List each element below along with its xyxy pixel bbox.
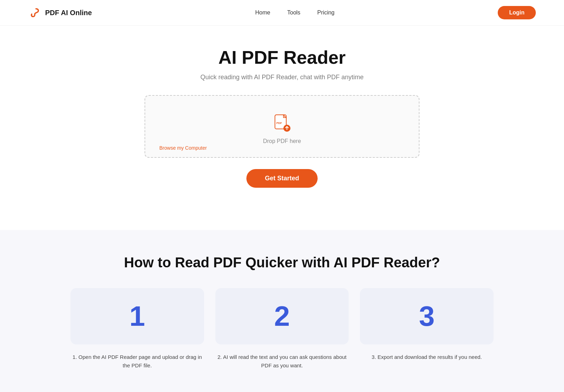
logo-text: PDF AI Online: [45, 9, 92, 17]
nav-home[interactable]: Home: [255, 10, 270, 16]
nav-pricing[interactable]: Pricing: [317, 10, 335, 16]
step-2: 2 2. AI will read the text and you can a…: [215, 288, 349, 370]
navbar: PDF AI Online Home Tools Pricing Login: [0, 0, 564, 26]
step-2-description: 2. AI will read the text and you can ask…: [215, 353, 349, 370]
nav-tools[interactable]: Tools: [287, 10, 300, 16]
login-button[interactable]: Login: [498, 6, 536, 19]
hero-section: AI PDF Reader Quick reading with AI PDF …: [0, 26, 564, 230]
steps-grid: 1 1. Open the AI PDF Reader page and upl…: [70, 288, 494, 370]
step-3-number: 3: [419, 300, 435, 332]
get-started-button[interactable]: Get Started: [246, 169, 317, 188]
logo-icon: [28, 6, 42, 19]
svg-text:PDF: PDF: [276, 122, 282, 125]
step-3: 3 3. Export and download the results if …: [360, 288, 494, 370]
pdf-upload-icon: PDF: [272, 113, 292, 133]
how-to-section: How to Read PDF Quicker with AI PDF Read…: [0, 230, 564, 392]
step-3-description: 3. Export and download the results if yo…: [372, 353, 482, 361]
how-to-title: How to Read PDF Quicker with AI PDF Read…: [28, 255, 536, 270]
step-3-number-box: 3: [360, 288, 494, 344]
logo[interactable]: PDF AI Online: [28, 6, 92, 19]
drop-text: Drop PDF here: [263, 138, 301, 144]
step-1-description: 1. Open the AI PDF Reader page and uploa…: [70, 353, 204, 370]
upload-container: PDF Drop PDF here Browse my Computer: [145, 95, 419, 158]
upload-dropzone[interactable]: PDF Drop PDF here Browse my Computer: [145, 95, 419, 158]
hero-subtitle: Quick reading with AI PDF Reader, chat w…: [0, 74, 564, 81]
cta-wrapper: Get Started: [0, 169, 564, 188]
step-1: 1 1. Open the AI PDF Reader page and upl…: [70, 288, 204, 370]
step-2-number-box: 2: [215, 288, 349, 344]
nav-links: Home Tools Pricing: [255, 10, 335, 16]
step-1-number: 1: [129, 300, 145, 332]
step-1-number-box: 1: [70, 288, 204, 344]
hero-title: AI PDF Reader: [0, 47, 564, 68]
browse-link[interactable]: Browse my Computer: [159, 145, 207, 151]
svg-rect-0: [28, 6, 42, 19]
step-2-number: 2: [274, 300, 290, 332]
